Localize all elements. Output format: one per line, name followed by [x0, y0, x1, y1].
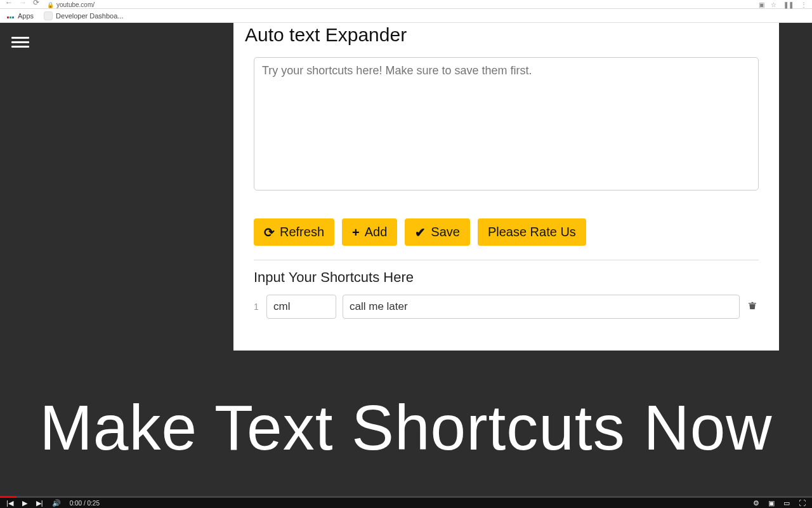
extension-title: Auto text Expander — [233, 23, 779, 57]
time-display: 0:00 / 0:25 — [70, 500, 100, 507]
action-button-row: ⟳ Refresh + Add ✔ Save Please Rate Us — [254, 218, 759, 246]
next-button[interactable]: ▶| — [36, 499, 43, 507]
previous-button[interactable]: |◀ — [6, 499, 13, 507]
hero-caption: Make Text Shortcuts Now — [0, 391, 812, 464]
video-stage: Auto text Expander ⟳ Refresh + Add ✔ Sav… — [0, 23, 812, 498]
lock-icon: 🔒 — [47, 2, 54, 8]
apps-icon — [6, 13, 14, 20]
extension-panel: Auto text Expander ⟳ Refresh + Add ✔ Sav… — [233, 23, 779, 351]
duration-time: 0:25 — [88, 500, 100, 507]
shortcut-row: 1 — [254, 295, 759, 319]
current-time: 0:00 — [70, 500, 82, 507]
check-icon: ✔ — [415, 226, 426, 239]
apps-label: Apps — [18, 12, 34, 20]
scrub-bar[interactable] — [0, 496, 812, 498]
plus-icon: + — [352, 226, 360, 239]
save-button[interactable]: ✔ Save — [405, 218, 470, 246]
fullscreen-icon[interactable]: ⛶ — [799, 499, 806, 507]
forward-button[interactable]: → — [19, 0, 27, 7]
divider — [254, 260, 759, 260]
browser-right-icons: ▣ ☆ ❚❚ ⋮ — [754, 1, 807, 8]
save-label: Save — [431, 225, 460, 239]
bookmarks-bar: Apps Developer Dashboa... — [0, 9, 812, 23]
add-label: Add — [365, 225, 388, 239]
apps-shortcut[interactable]: Apps — [6, 12, 34, 20]
back-button[interactable]: ← — [5, 0, 13, 7]
menu-dots-icon[interactable]: ⋮ — [801, 1, 807, 8]
theater-mode-icon[interactable]: ▭ — [783, 499, 790, 507]
pause-icon[interactable]: ❚❚ — [783, 1, 794, 8]
delete-row-button[interactable] — [746, 300, 759, 313]
rate-us-button[interactable]: Please Rate Us — [478, 218, 586, 246]
shortcuts-subheading: Input Your Shortcuts Here — [254, 269, 759, 286]
bookmark-star-icon[interactable]: ☆ — [771, 1, 776, 8]
reload-button[interactable]: ⟳ — [33, 0, 39, 7]
bookmark-item[interactable]: Developer Dashboa... — [44, 11, 123, 20]
bookmark-favicon — [44, 11, 53, 20]
bookmark-label: Developer Dashboa... — [56, 12, 123, 20]
hamburger-menu[interactable] — [11, 34, 29, 47]
extension-icon[interactable]: ▣ — [759, 1, 764, 8]
shortcut-key-input[interactable] — [266, 295, 336, 319]
settings-gear-icon[interactable]: ⚙ — [753, 499, 759, 507]
try-shortcuts-textarea[interactable] — [254, 57, 759, 190]
browser-toolbar: ← → ⟳ 🔒 youtube.com/ ▣ ☆ ❚❚ ⋮ — [0, 0, 812, 9]
volume-button[interactable]: 🔊 — [52, 499, 61, 507]
add-button[interactable]: + Add — [342, 218, 397, 246]
miniplayer-icon[interactable]: ▣ — [768, 499, 775, 507]
play-button[interactable]: ▶ — [22, 499, 27, 507]
refresh-label: Refresh — [280, 225, 324, 239]
row-number: 1 — [254, 302, 260, 312]
video-player-bar: |◀ ▶ ▶| 🔊 0:00 / 0:25 ⚙ ▣ ▭ ⛶ — [0, 498, 812, 508]
url-text[interactable]: youtube.com/ — [56, 1, 95, 8]
refresh-button[interactable]: ⟳ Refresh — [254, 218, 334, 246]
rate-label: Please Rate Us — [488, 225, 576, 239]
trash-icon — [747, 300, 757, 311]
shortcut-value-input[interactable] — [343, 295, 740, 319]
refresh-icon: ⟳ — [264, 226, 275, 239]
